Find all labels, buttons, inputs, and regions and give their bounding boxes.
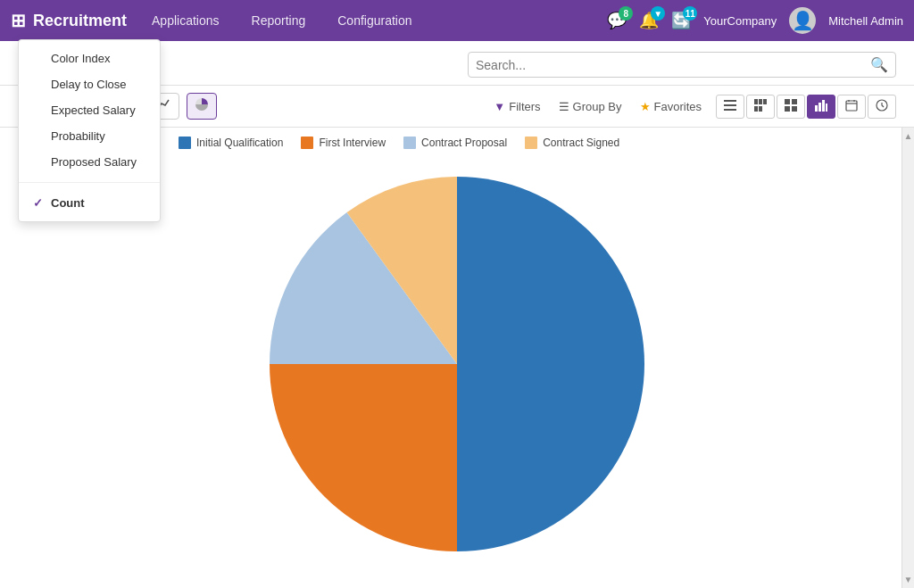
scroll-down-arrow[interactable]: ▼ xyxy=(901,571,914,588)
legend-dot-initial xyxy=(179,137,191,149)
clock-badge: 11 xyxy=(683,6,697,21)
menu-item-count[interactable]: ✓ Count xyxy=(19,190,160,216)
main-content: Applications 🔍 Measures ▼ xyxy=(0,41,914,588)
chat-badge: 8 xyxy=(619,6,633,21)
svg-rect-3 xyxy=(724,100,736,102)
menu-section-measures: Color Index Delay to Close Expected Sala… xyxy=(19,40,160,180)
svg-rect-12 xyxy=(792,99,797,104)
list-view-icon xyxy=(724,99,736,112)
search-icon[interactable]: 🔍 xyxy=(870,56,888,73)
nav-links: Applications Reporting Configuration xyxy=(145,10,589,31)
user-name: Mitchell Admin xyxy=(828,14,903,28)
svg-rect-17 xyxy=(822,100,825,112)
svg-rect-11 xyxy=(785,99,790,104)
nav-reporting[interactable]: Reporting xyxy=(245,10,313,31)
legend-contract-proposal: Contract Proposal xyxy=(403,137,507,149)
svg-rect-18 xyxy=(826,104,827,112)
calendar-view-icon xyxy=(845,99,858,112)
menu-item-count-label: Count xyxy=(51,196,85,210)
menu-item-probability-label: Probability xyxy=(51,129,105,143)
clock-icon[interactable]: 🔄 11 xyxy=(671,11,691,30)
nav-configuration[interactable]: Configuration xyxy=(330,10,419,31)
view-mode-buttons xyxy=(716,95,896,119)
menu-section-count: ✓ Count xyxy=(19,185,160,221)
kanban-view-button[interactable] xyxy=(746,95,775,119)
calendar-view-button[interactable] xyxy=(837,95,866,119)
menu-item-probability[interactable]: Probability xyxy=(19,123,160,149)
legend-label-initial: Initial Qualification xyxy=(196,137,283,149)
legend-dot-signed xyxy=(525,137,537,149)
groupby-icon: ☰ xyxy=(559,100,569,113)
legend-label-signed: Contract Signed xyxy=(543,137,619,149)
pie-segment-first xyxy=(270,364,457,551)
chart-view-icon xyxy=(815,99,827,112)
menu-item-proposed-salary[interactable]: Proposed Salary xyxy=(19,149,160,175)
grid-view-button[interactable] xyxy=(777,95,805,119)
activity-view-icon xyxy=(876,99,888,112)
legend-label-proposal: Contract Proposal xyxy=(421,137,507,149)
filters-button[interactable]: ▼ Filters xyxy=(486,96,547,117)
svg-rect-16 xyxy=(818,103,821,112)
svg-rect-6 xyxy=(754,99,758,104)
search-box: 🔍 xyxy=(468,52,896,78)
svg-rect-9 xyxy=(754,106,758,112)
kanban-view-icon xyxy=(754,99,767,112)
svg-rect-4 xyxy=(724,104,736,106)
filter-group: ▼ Filters ☰ Group By ★ Favorites xyxy=(486,96,709,117)
grid-icon: ⊞ xyxy=(11,10,26,31)
menu-item-color-index-label: Color Index xyxy=(51,52,110,65)
chat-icon[interactable]: 💬 8 xyxy=(607,11,627,30)
pie-chart-svg xyxy=(261,168,653,560)
company-name: YourCompany xyxy=(703,14,777,28)
svg-rect-15 xyxy=(815,105,818,112)
menu-item-delay-to-close-label: Delay to Close xyxy=(51,78,127,91)
notification-icon[interactable]: 🔔 ▼ xyxy=(639,11,659,30)
groupby-button[interactable]: ☰ Group By xyxy=(552,96,629,117)
activity-view-button[interactable] xyxy=(868,95,896,119)
svg-rect-19 xyxy=(846,101,857,111)
filters-label: Filters xyxy=(509,100,540,113)
pie-chart-icon xyxy=(195,97,209,112)
list-view-button[interactable] xyxy=(716,95,744,119)
topnav: ⊞ Recruitment Applications Reporting Con… xyxy=(0,0,914,41)
svg-rect-5 xyxy=(724,109,736,111)
measures-dropdown: Color Index Delay to Close Expected Sala… xyxy=(18,39,161,222)
pie-segment-initial xyxy=(457,177,644,551)
menu-item-delay-to-close[interactable]: Delay to Close xyxy=(19,71,160,97)
search-input[interactable] xyxy=(476,58,870,72)
menu-divider xyxy=(19,182,160,183)
count-check-icon: ✓ xyxy=(33,196,46,210)
star-icon: ★ xyxy=(640,100,651,113)
legend-label-first: First Interview xyxy=(319,137,386,149)
legend-initial-qualification: Initial Qualification xyxy=(179,137,283,149)
favorites-label: Favorites xyxy=(654,100,702,113)
pie-chart-container xyxy=(0,158,914,588)
menu-item-expected-salary-label: Expected Salary xyxy=(51,104,136,117)
legend-dot-proposal xyxy=(403,137,416,149)
legend-contract-signed: Contract Signed xyxy=(525,137,619,149)
brand[interactable]: ⊞ Recruitment xyxy=(11,10,127,31)
svg-rect-7 xyxy=(759,99,762,104)
filter-icon: ▼ xyxy=(494,100,505,113)
brand-name: Recruitment xyxy=(33,12,127,30)
topnav-right: 💬 8 🔔 ▼ 🔄 11 YourCompany 👤 Mitchell Admi… xyxy=(607,7,903,34)
legend-dot-first xyxy=(301,137,313,149)
menu-item-color-index[interactable]: Color Index xyxy=(19,46,160,71)
legend-first-interview: First Interview xyxy=(301,137,386,149)
notif-badge: ▼ xyxy=(651,6,665,21)
nav-applications[interactable]: Applications xyxy=(145,10,227,31)
svg-rect-14 xyxy=(792,106,797,112)
menu-item-proposed-salary-label: Proposed Salary xyxy=(51,155,137,169)
chart-view-button[interactable] xyxy=(807,95,835,119)
menu-item-expected-salary[interactable]: Expected Salary xyxy=(19,97,160,123)
favorites-button[interactable]: ★ Favorites xyxy=(633,96,709,117)
grid-view-icon xyxy=(785,99,797,112)
groupby-label: Group By xyxy=(573,100,622,113)
svg-rect-10 xyxy=(759,106,762,112)
avatar[interactable]: 👤 xyxy=(789,7,816,34)
right-scrollbar[interactable]: ▲ ▼ xyxy=(902,128,914,588)
pie-chart-button[interactable] xyxy=(187,93,217,120)
svg-rect-13 xyxy=(785,106,790,112)
scroll-up-arrow[interactable]: ▲ xyxy=(901,128,914,145)
svg-rect-8 xyxy=(763,99,767,104)
